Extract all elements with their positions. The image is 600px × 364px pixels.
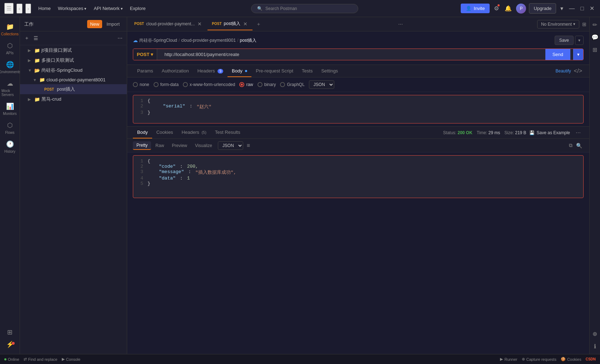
list-item[interactable]: ▶ 📁 jt项目接口测试	[20, 45, 127, 55]
request-body-content[interactable]: 1 { 2 "serial" : "赵六" 3 }	[133, 95, 584, 123]
radio-form-data[interactable]: form-data	[154, 82, 179, 87]
apis-label: APIs	[6, 51, 14, 55]
tab-headers[interactable]: Headers 9	[193, 65, 228, 77]
sidebar-item-monitors[interactable]: 📊 Monitors	[0, 100, 20, 118]
list-item[interactable]: ▼ 📁 cloud-provider-payment8001	[20, 75, 127, 84]
tab-close-icon[interactable]: ✕	[242, 20, 248, 27]
filter-icon[interactable]: ≡	[247, 142, 250, 149]
search-grid-icon: ⊞	[7, 328, 12, 336]
explore-link[interactable]: Explore	[127, 4, 149, 12]
send-button[interactable]: Send	[545, 49, 570, 60]
upgrade-button[interactable]: Upgrade	[529, 3, 556, 14]
save-dropdown-icon[interactable]: ▾	[575, 36, 584, 45]
api-network-link[interactable]: API Network	[91, 4, 125, 12]
settings-icon-button[interactable]: ⚙	[492, 4, 500, 13]
minimize-icon[interactable]: —	[568, 4, 576, 13]
sidebar-item-search[interactable]: ⊞	[4, 325, 16, 339]
resp-tab-test-results[interactable]: Test Results	[211, 127, 245, 138]
find-replace-item[interactable]: ⇄ Find and replace	[24, 357, 58, 362]
list-item[interactable]: ▶ 📁 黑马-crud	[20, 94, 127, 104]
home-link[interactable]: Home	[35, 4, 54, 12]
flows-icon: ⬡	[7, 121, 13, 129]
list-item[interactable]: ▼ 📂 尚硅谷-SpringCloud	[20, 65, 127, 75]
environment-settings-icon[interactable]: ⊞	[582, 21, 586, 27]
breadcrumb-link-2[interactable]: cloud-provider-payment8001	[181, 38, 236, 43]
close-icon[interactable]: ✕	[588, 4, 596, 13]
code-icon[interactable]: </>	[572, 65, 584, 77]
fmt-tab-visualize[interactable]: Visualize	[191, 142, 216, 150]
sidebar-item-apis[interactable]: ⬡ APIs	[0, 39, 20, 58]
radio-raw[interactable]: raw	[239, 82, 253, 87]
workspaces-link[interactable]: Workspaces	[55, 4, 89, 12]
list-item[interactable]: ▶ 📁 多接口关联测试	[20, 55, 127, 65]
add-collection-icon[interactable]: ＋	[23, 34, 31, 43]
more-options-icon[interactable]: ⋯	[573, 128, 584, 137]
console-item[interactable]: ▶ Console	[62, 357, 80, 362]
panel-actions: New Import	[87, 20, 122, 28]
save-example-button[interactable]: 💾 Save as Example	[526, 129, 573, 137]
fmt-tab-pretty[interactable]: Pretty	[133, 141, 151, 150]
sidebar-toggle-icon[interactable]: ⊞	[591, 45, 599, 55]
more-options-icon[interactable]: ⋯	[116, 34, 124, 42]
sidebar-item-mock-servers[interactable]: ☁ Mock Servers	[0, 77, 20, 100]
sort-icon[interactable]: ☰	[32, 34, 40, 42]
list-item[interactable]: POST post插入	[20, 84, 127, 94]
forward-icon[interactable]: ›	[25, 4, 31, 14]
resp-tab-cookies[interactable]: Cookies	[152, 127, 178, 138]
radio-binary[interactable]: binary	[258, 82, 276, 87]
tab-overflow-icon[interactable]: ⋯	[398, 21, 403, 27]
sidebar-item-collections[interactable]: 📁 Collections	[0, 20, 20, 39]
new-button[interactable]: New	[87, 20, 102, 28]
tab-params[interactable]: Params	[133, 65, 158, 77]
resp-tab-body[interactable]: Body	[133, 127, 152, 138]
tab-post-insert[interactable]: POST post插入 ✕	[208, 18, 252, 30]
tab-close-icon[interactable]: ✕	[197, 20, 202, 27]
beautify-button[interactable]: Beautify	[554, 66, 572, 76]
comment-icon[interactable]: 💬	[590, 32, 600, 42]
maximize-icon[interactable]: □	[579, 4, 585, 13]
breadcrumb-link-1[interactable]: 尚硅谷-SpringCloud	[139, 37, 177, 44]
response-format-select[interactable]: JSON	[218, 141, 243, 150]
save-button[interactable]: Save	[555, 36, 574, 45]
sidebar-item-environments[interactable]: 🌐 Environments	[0, 58, 20, 77]
copy-icon[interactable]: ⧉	[568, 141, 574, 150]
csdn-item[interactable]: CSDN	[586, 357, 596, 361]
upgrade-dropdown-icon[interactable]: ▾	[559, 4, 565, 13]
tab-tests[interactable]: Tests	[298, 65, 317, 77]
tab-pre-request[interactable]: Pre-request Script	[251, 65, 298, 77]
back-icon[interactable]: ‹	[16, 4, 22, 14]
cookies-item[interactable]: 🍪 Cookies	[561, 357, 581, 362]
sidebar-item-flows[interactable]: ⬡ Flows	[0, 118, 20, 137]
tab-cloud-provider[interactable]: POST cloud-provider-payment... ✕	[130, 18, 207, 30]
url-input[interactable]	[160, 49, 542, 60]
tab-authorization[interactable]: Authorization	[158, 65, 193, 77]
environment-selector[interactable]: No Environment ▾	[537, 20, 579, 29]
sidebar-item-history[interactable]: 🕐 History	[0, 137, 20, 156]
location-icon[interactable]: ⊕	[591, 329, 599, 339]
import-button[interactable]: Import	[104, 20, 122, 28]
method-selector[interactable]: POST ▾	[133, 49, 157, 60]
tab-settings[interactable]: Settings	[317, 65, 342, 77]
avatar[interactable]: P	[516, 4, 526, 14]
body-format-select[interactable]: JSON	[309, 80, 334, 89]
fmt-tab-preview[interactable]: Preview	[168, 142, 191, 150]
bell-icon-button[interactable]: 🔔	[503, 4, 513, 13]
search-box[interactable]: 🔍 Search Postman	[251, 4, 358, 13]
radio-none[interactable]: none	[133, 82, 149, 87]
response-tabs-bar: Body Cookies Headers (5) Test Results St…	[127, 127, 589, 139]
edit-icon[interactable]: ✏	[591, 20, 599, 30]
invite-button[interactable]: 👤 Invite	[461, 4, 490, 13]
add-tab-icon[interactable]: ＋	[253, 20, 264, 29]
menu-icon[interactable]: ☰	[4, 3, 14, 14]
tab-body[interactable]: Body	[228, 65, 251, 77]
search-response-icon[interactable]: 🔍	[575, 141, 584, 150]
online-status[interactable]: Online	[4, 357, 19, 362]
radio-urlencoded[interactable]: x-www-form-urlencoded	[183, 82, 235, 87]
runner-item[interactable]: ▶ Runner	[500, 357, 517, 362]
send-dropdown-icon[interactable]: ▾	[573, 49, 583, 60]
radio-graphql[interactable]: GraphQL	[280, 82, 304, 87]
fmt-tab-raw[interactable]: Raw	[152, 142, 168, 150]
capture-item[interactable]: ⊕ Capture requests	[522, 357, 556, 362]
resp-tab-headers[interactable]: Headers (5)	[178, 127, 211, 138]
info-icon[interactable]: ℹ	[592, 342, 598, 351]
